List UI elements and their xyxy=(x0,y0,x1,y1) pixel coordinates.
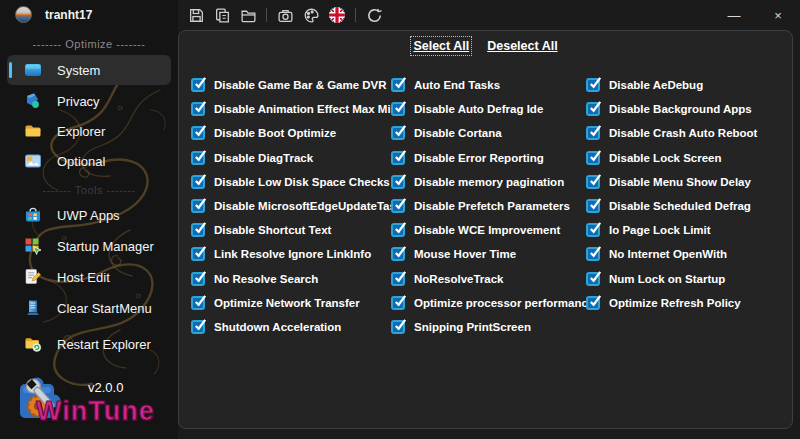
tweak-row[interactable]: Disable Error Reporting xyxy=(391,146,584,170)
checkbox-checked[interactable] xyxy=(586,78,600,92)
tweak-row[interactable]: Disable Menu Show Delay xyxy=(586,170,782,194)
sidebar-item-clear-startmenu[interactable]: Clear StartMenu xyxy=(7,293,171,323)
checkbox-checked[interactable] xyxy=(391,296,405,310)
checkbox-checked[interactable] xyxy=(191,272,205,286)
tweak-row[interactable]: Disable memory pagination xyxy=(391,170,584,194)
tweak-row[interactable]: Disable Low Disk Space Checks xyxy=(191,170,389,194)
tweak-row[interactable]: Disable DiagTrack xyxy=(191,146,389,170)
tweak-row[interactable]: Disable Lock Screen xyxy=(586,146,782,170)
checkbox-checked[interactable] xyxy=(391,102,405,116)
tweak-row[interactable]: Disable Scheduled Defrag xyxy=(586,194,782,218)
checkbox-checked[interactable] xyxy=(586,247,600,261)
checkbox-checked[interactable] xyxy=(586,296,600,310)
tweak-row[interactable]: Auto End Tasks xyxy=(391,73,584,97)
save-copy-icon[interactable] xyxy=(209,2,235,28)
checkbox-checked[interactable] xyxy=(191,320,205,334)
tweak-row[interactable]: Mouse Hover Time xyxy=(391,242,584,266)
tweak-row[interactable]: Link Resolve Ignore LinkInfo xyxy=(191,242,389,266)
checkbox-checked[interactable] xyxy=(586,199,600,213)
panel-actions: Select All Deselect All xyxy=(179,39,792,53)
sidebar-item-system[interactable]: System xyxy=(7,55,171,85)
checkbox-checked[interactable] xyxy=(191,199,205,213)
checkbox-checked[interactable] xyxy=(191,102,205,116)
sidebar-item-privacy[interactable]: Privacy xyxy=(7,86,171,116)
select-all-link[interactable]: Select All xyxy=(413,39,469,53)
sidebar-item-label: Restart Explorer xyxy=(57,337,151,352)
tweak-label: Num Lock on Startup xyxy=(609,273,725,285)
tweak-row[interactable]: Snipping PrintScreen xyxy=(391,315,584,339)
tweak-label: Disable Lock Screen xyxy=(609,152,722,164)
tweak-row[interactable]: Num Lock on Startup xyxy=(586,267,782,291)
tweak-row[interactable]: Disable MicrosoftEdgeUpdateTask xyxy=(191,194,389,218)
sidebar-item-host-edit[interactable]: Host Edit xyxy=(7,262,171,292)
open-folder-icon[interactable] xyxy=(235,2,261,28)
tweak-row[interactable]: Shutdown Acceleration xyxy=(191,315,389,339)
tweak-row[interactable]: Disable Cortana xyxy=(391,121,584,145)
tweak-label: Disable Game Bar & Game DVR xyxy=(214,79,387,91)
theme-palette-icon[interactable] xyxy=(298,2,324,28)
checkbox-checked[interactable] xyxy=(391,78,405,92)
checkbox-checked[interactable] xyxy=(391,151,405,165)
checkbox-checked[interactable] xyxy=(191,126,205,140)
save-icon[interactable] xyxy=(183,2,209,28)
tweak-row[interactable]: Disable Shortcut Text xyxy=(191,218,389,242)
checkbox-checked[interactable] xyxy=(391,320,405,334)
checkbox-checked[interactable] xyxy=(191,247,205,261)
section-separator-optimize: ------- Optimize ------- xyxy=(0,38,178,50)
tweak-row[interactable]: No Internet OpenWith xyxy=(586,242,782,266)
tweak-row[interactable]: Disable Crash Auto Reboot xyxy=(586,121,782,145)
sidebar-item-restart-explorer[interactable]: Restart Explorer xyxy=(7,329,171,359)
checkbox-checked[interactable] xyxy=(391,175,405,189)
checkbox-checked[interactable] xyxy=(586,223,600,237)
sidebar-item-label: Startup Manager xyxy=(57,239,154,254)
sidebar-item-label: Clear StartMenu xyxy=(57,301,152,316)
sidebar-item-startup-manager[interactable]: Startup Manager xyxy=(7,231,171,261)
tweak-row[interactable]: Io Page Lock Limit xyxy=(586,218,782,242)
refresh-icon[interactable] xyxy=(361,2,387,28)
checkbox-checked[interactable] xyxy=(391,126,405,140)
checkbox-checked[interactable] xyxy=(191,175,205,189)
tweak-label: Disable Menu Show Delay xyxy=(609,176,751,188)
sidebar-item-label: Optional xyxy=(57,154,105,169)
startup-grid-icon xyxy=(24,237,42,255)
checkbox-checked[interactable] xyxy=(586,272,600,286)
checkbox-checked[interactable] xyxy=(391,272,405,286)
language-uk-flag-icon[interactable] xyxy=(324,2,350,28)
screenshot-camera-icon[interactable] xyxy=(272,2,298,28)
checkbox-checked[interactable] xyxy=(391,199,405,213)
tweak-row[interactable]: Disable Game Bar & Game DVR xyxy=(191,73,389,97)
tweak-row[interactable]: Disable Boot Optimize xyxy=(191,121,389,145)
checkbox-checked[interactable] xyxy=(191,78,205,92)
deselect-all-link[interactable]: Deselect All xyxy=(487,39,557,53)
tweak-row[interactable]: Disable WCE Improvement xyxy=(391,218,584,242)
tweak-row[interactable]: Disable Prefetch Parameters xyxy=(391,194,584,218)
checkbox-checked[interactable] xyxy=(191,296,205,310)
toolbar-separator xyxy=(355,8,356,22)
close-button[interactable]: × xyxy=(756,0,800,30)
sidebar-item-uwp-apps[interactable]: UWP Apps xyxy=(7,200,171,230)
sidebar-item-explorer[interactable]: Explorer xyxy=(7,116,171,146)
tweak-row[interactable]: NoResolveTrack xyxy=(391,267,584,291)
tweak-row[interactable]: Disable Animation Effect Max Min xyxy=(191,97,389,121)
sidebar-item-label: Host Edit xyxy=(57,270,110,285)
tweak-row[interactable]: Disable Auto Defrag Ide xyxy=(391,97,584,121)
tweak-row[interactable]: Disable AeDebug xyxy=(586,73,782,97)
tweak-row[interactable]: Optimize Network Transfer xyxy=(191,291,389,315)
checkbox-checked[interactable] xyxy=(391,223,405,237)
tweak-row[interactable]: No Resolve Search xyxy=(191,267,389,291)
checkbox-checked[interactable] xyxy=(586,175,600,189)
tweak-label: Disable AeDebug xyxy=(609,79,703,91)
sidebar-item-optional[interactable]: Optional xyxy=(7,146,171,176)
checkbox-checked[interactable] xyxy=(191,151,205,165)
checkbox-checked[interactable] xyxy=(191,223,205,237)
minimize-button[interactable]: — xyxy=(712,0,756,30)
tweak-label: No Internet OpenWith xyxy=(609,248,727,260)
tweak-row[interactable]: Disable Background Apps xyxy=(586,97,782,121)
checkbox-checked[interactable] xyxy=(586,102,600,116)
tweak-row[interactable]: Optimize processor performance xyxy=(391,291,584,315)
checkbox-checked[interactable] xyxy=(586,126,600,140)
checkbox-checked[interactable] xyxy=(586,151,600,165)
checkbox-checked[interactable] xyxy=(391,247,405,261)
tweak-row[interactable]: Optimize Refresh Policy xyxy=(586,291,782,315)
tweak-label: Optimize processor performance xyxy=(414,297,594,309)
